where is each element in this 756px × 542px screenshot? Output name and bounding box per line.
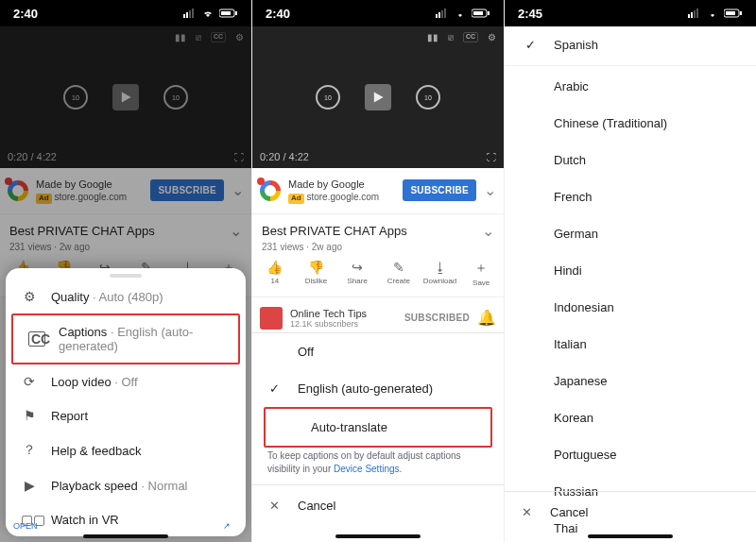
checkmark-icon: ✓ bbox=[269, 381, 284, 396]
language-list[interactable]: ✓ Spanish ArabicChinese (Traditional)Dut… bbox=[505, 26, 756, 542]
player-time: 0:20 / 4:22 bbox=[260, 151, 309, 162]
channel-avatar bbox=[260, 307, 283, 330]
vr-row[interactable]: ▢▢ Watch in VR bbox=[6, 502, 246, 536]
report-label: Report bbox=[51, 409, 88, 423]
gear-icon: ⚙ bbox=[21, 289, 38, 304]
language-row[interactable]: Japanese bbox=[505, 363, 756, 399]
cancel-label: Cancel bbox=[550, 505, 588, 519]
status-bar: 2:40 bbox=[0, 0, 251, 26]
screenshot-3-language-list: 2:45 ✓ Spanish ArabicChinese (Traditiona… bbox=[505, 0, 756, 542]
language-row[interactable]: Dutch bbox=[505, 142, 756, 178]
open-link[interactable]: OPEN bbox=[13, 521, 38, 531]
speed-value: · Normal bbox=[138, 479, 188, 493]
language-row[interactable]: Portuguese bbox=[505, 436, 756, 473]
status-icons bbox=[688, 8, 743, 18]
auto-translate-label: Auto-translate bbox=[311, 420, 387, 434]
language-row[interactable]: Arabic bbox=[505, 68, 756, 105]
captions-label: Captions bbox=[59, 325, 107, 339]
svg-rect-17 bbox=[696, 8, 698, 18]
svg-rect-1 bbox=[186, 12, 188, 18]
loop-icon: ⟳ bbox=[21, 374, 38, 389]
svg-rect-19 bbox=[740, 11, 742, 15]
cc-icon: CC bbox=[28, 331, 45, 347]
language-row[interactable]: French bbox=[505, 178, 756, 215]
language-row[interactable]: Hindi bbox=[505, 252, 756, 289]
subscribe-button[interactable]: SUBSCRIBE bbox=[403, 179, 476, 201]
status-icons bbox=[183, 8, 238, 18]
save-icon: ＋ bbox=[474, 260, 488, 277]
home-indicator[interactable] bbox=[335, 534, 421, 538]
language-row[interactable]: Italian bbox=[505, 326, 756, 363]
download-button[interactable]: ⭳Download bbox=[420, 260, 461, 287]
like-button[interactable]: 👍14 bbox=[254, 260, 296, 287]
forward-10-icon[interactable]: 10 bbox=[416, 85, 440, 110]
wifi-icon bbox=[454, 8, 467, 18]
auto-translate-row[interactable]: Auto-translate bbox=[266, 409, 490, 446]
save-button[interactable]: ＋Save bbox=[460, 260, 502, 287]
loop-label: Loop video bbox=[51, 375, 112, 389]
play-button[interactable] bbox=[365, 84, 391, 110]
video-title-block[interactable]: Best PRIVATE CHAT Apps ⌄ 231 views · 2w … bbox=[252, 214, 504, 254]
svg-rect-12 bbox=[488, 11, 490, 15]
language-row[interactable]: Chinese (Traditional) bbox=[505, 105, 756, 142]
captions-row[interactable]: CC Captions · English (auto-generated) bbox=[13, 315, 238, 363]
battery-icon bbox=[472, 8, 490, 18]
language-row[interactable]: German bbox=[505, 215, 756, 252]
ad-badge: Ad bbox=[288, 194, 304, 203]
sheet-grabber[interactable] bbox=[110, 274, 142, 278]
video-meta: 231 views · 2w ago bbox=[262, 242, 494, 252]
wifi-icon bbox=[706, 8, 719, 18]
fullscreen-icon[interactable]: ⛶ bbox=[487, 152, 496, 162]
subscribed-state[interactable]: SUBSCRIBED bbox=[404, 313, 470, 323]
language-label: Spanish bbox=[554, 38, 598, 52]
language-label: Indonesian bbox=[554, 300, 614, 314]
home-indicator[interactable] bbox=[588, 534, 673, 538]
dislike-button[interactable]: 👎Dislike bbox=[296, 260, 337, 287]
status-time: 2:40 bbox=[266, 7, 290, 21]
quality-row[interactable]: ⚙ Quality · Auto (480p) bbox=[6, 279, 246, 313]
svg-rect-14 bbox=[688, 14, 690, 18]
screenshot-2-captions-sheet: 2:40 ▮▮ ⎚ CC ⚙ 10 10 0:20 bbox=[252, 0, 505, 542]
thumbs-down-icon: 👎 bbox=[308, 260, 324, 275]
help-row[interactable]: ？ Help & feedback bbox=[6, 432, 246, 468]
ad-title: Made by Google bbox=[288, 178, 395, 191]
quality-value: · Auto (480p) bbox=[89, 290, 163, 304]
svg-rect-0 bbox=[183, 14, 185, 18]
language-label: Korean bbox=[554, 411, 593, 425]
ad-row[interactable]: Made by Google Ad store.google.com SUBSC… bbox=[252, 168, 504, 214]
language-label: French bbox=[554, 190, 592, 204]
close-icon: ✕ bbox=[269, 499, 284, 513]
notification-dot-icon bbox=[257, 178, 265, 185]
cancel-row[interactable]: ✕ Cancel bbox=[505, 492, 756, 533]
create-button[interactable]: ✎Create bbox=[378, 260, 420, 287]
open-external-icon[interactable]: ↗ bbox=[223, 521, 231, 531]
chevron-down-icon[interactable]: ⌄ bbox=[482, 222, 494, 240]
cancel-row[interactable]: ✕ Cancel bbox=[252, 485, 504, 526]
loop-row[interactable]: ⟳ Loop video · Off bbox=[6, 364, 246, 398]
home-indicator[interactable] bbox=[83, 534, 168, 538]
close-icon: ✕ bbox=[522, 505, 537, 519]
captions-hint: To keep captions on by default adjust ca… bbox=[252, 448, 504, 484]
captions-off-row[interactable]: Off bbox=[252, 333, 504, 370]
status-time: 2:40 bbox=[13, 7, 38, 21]
bell-icon[interactable]: 🔔 bbox=[477, 309, 496, 327]
ad-subtitle: store.google.com bbox=[306, 192, 379, 202]
captions-english-row[interactable]: ✓ English (auto-generated) bbox=[252, 370, 504, 407]
help-label: Help & feedback bbox=[51, 444, 141, 458]
player-settings-sheet: ⚙ Quality · Auto (480p) CC Captions · En… bbox=[6, 268, 246, 536]
chevron-down-icon[interactable]: ⌄ bbox=[484, 181, 496, 199]
device-settings-link[interactable]: Device Settings bbox=[334, 464, 399, 474]
create-icon: ✎ bbox=[393, 260, 404, 275]
thumbs-up-icon: 👍 bbox=[266, 260, 283, 275]
speed-row[interactable]: ▶ Playback speed · Normal bbox=[6, 468, 246, 502]
share-button[interactable]: ↪Share bbox=[336, 260, 378, 287]
signal-icon bbox=[688, 8, 701, 18]
svg-rect-9 bbox=[441, 10, 443, 18]
status-icons bbox=[436, 8, 490, 18]
language-row[interactable]: Indonesian bbox=[505, 289, 756, 326]
report-row[interactable]: ⚑ Report bbox=[6, 398, 246, 432]
language-label: German bbox=[554, 227, 598, 241]
rewind-10-icon[interactable]: 10 bbox=[316, 85, 340, 110]
language-row-selected[interactable]: ✓ Spanish bbox=[505, 26, 756, 63]
language-row[interactable]: Korean bbox=[505, 399, 756, 436]
